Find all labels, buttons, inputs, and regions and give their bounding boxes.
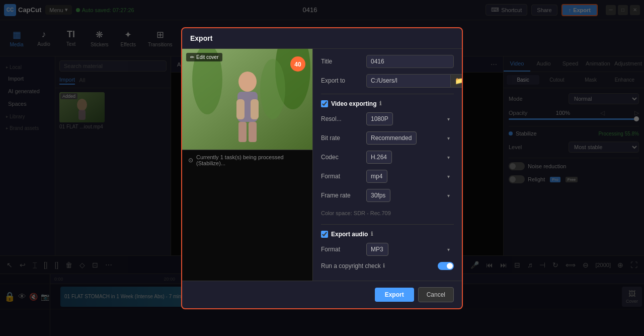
audio-export-checkbox[interactable] — [321, 231, 328, 238]
framerate-row: Frame rate 30fps 24fps 25fps 60fps — [321, 189, 454, 202]
title-input[interactable] — [366, 55, 454, 68]
dialog-overlay: Export ✏ Edit cover — [0, 0, 644, 336]
dialog-settings: Title Export to 📁 Video exporting ℹ — [313, 49, 462, 281]
video-export-title: Video exporting ℹ — [321, 100, 454, 107]
copyright-toggle-thumb — [447, 263, 453, 269]
dialog-status: ⊙ Currently 1 task(s) being processed (S… — [182, 150, 312, 170]
audio-export-info: ℹ — [371, 231, 373, 237]
bitrate-select[interactable]: Recommended Low High — [366, 131, 417, 145]
export-dialog-button[interactable]: Export — [375, 288, 414, 302]
format-row: Format mp4 mov avi — [321, 170, 454, 183]
framerate-wrapper: 30fps 24fps 25fps 60fps — [366, 189, 454, 202]
path-row: 📁 — [366, 74, 462, 88]
copyright-row: Run a copyright check ℹ — [321, 262, 454, 270]
resolution-row: Resol... 1080P 720P 2K 4K — [321, 112, 454, 125]
video-export-info: ℹ — [379, 100, 381, 107]
audio-format-row: Format MP3 AAC WAV — [321, 243, 454, 256]
svg-rect-12 — [249, 122, 257, 142]
bitrate-wrapper: Recommended Low High — [366, 131, 454, 145]
audio-export-title: Export audio ℹ — [321, 231, 454, 238]
preview-placeholder: ✏ Edit cover — [182, 49, 312, 150]
settings-divider-1 — [321, 94, 454, 94]
codec-select[interactable]: H.264 H.265 — [366, 151, 392, 164]
svg-point-7 — [238, 72, 257, 92]
audio-format-select[interactable]: MP3 AAC WAV — [366, 243, 388, 256]
codec-wrapper: H.264 H.265 — [366, 151, 454, 164]
preview-svg: 40 — [182, 49, 312, 150]
video-export-checkbox[interactable] — [321, 100, 328, 107]
dialog-footer: Export Cancel — [182, 281, 462, 308]
export-dialog: Export ✏ Edit cover — [181, 27, 463, 309]
copyright-toggle[interactable] — [438, 262, 454, 270]
svg-point-6 — [260, 59, 285, 119]
dialog-preview: ✏ Edit cover — [182, 49, 313, 281]
svg-rect-9 — [236, 99, 245, 119]
edit-cover-button[interactable]: ✏ Edit cover — [186, 53, 222, 61]
audio-format-wrapper: MP3 AAC WAV — [366, 243, 454, 256]
svg-text:40: 40 — [294, 61, 301, 68]
dialog-header: Export — [182, 28, 462, 49]
format-wrapper: mp4 mov avi — [366, 170, 454, 183]
settings-divider-2 — [321, 224, 454, 225]
codec-row: Codec H.264 H.265 — [321, 151, 454, 164]
cancel-dialog-button[interactable]: Cancel — [418, 287, 454, 302]
title-row: Title — [321, 55, 454, 68]
svg-rect-10 — [251, 99, 259, 119]
bitrate-row: Bit rate Recommended Low High — [321, 131, 454, 145]
framerate-select[interactable]: 30fps 24fps 25fps 60fps — [366, 189, 390, 202]
resolution-select[interactable]: 1080P 720P 2K 4K — [366, 112, 393, 125]
dialog-body: ✏ Edit cover — [182, 49, 462, 281]
export-to-row: Export to 📁 — [321, 74, 454, 88]
resolution-wrapper: 1080P 720P 2K 4K — [366, 112, 454, 125]
copyright-info-icon[interactable]: ℹ — [383, 262, 385, 269]
format-select[interactable]: mp4 mov avi — [366, 170, 387, 183]
status-processing-icon: ⊙ — [188, 157, 193, 164]
browse-button[interactable]: 📁 — [451, 74, 462, 88]
export-path-input[interactable] — [366, 74, 451, 88]
color-space-text: Color space: SDR - Rec.709 — [321, 208, 454, 218]
svg-rect-11 — [238, 122, 247, 142]
